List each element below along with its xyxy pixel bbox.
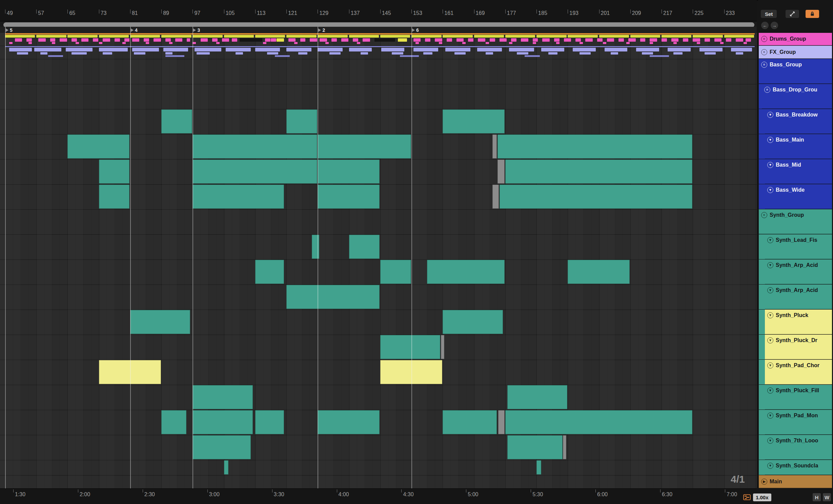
mini-clip[interactable] [517, 52, 528, 55]
back-arrow-icon[interactable]: ← [761, 22, 769, 29]
mini-clip[interactable] [144, 38, 149, 42]
mini-clip[interactable] [439, 42, 442, 44]
mini-clip[interactable] [720, 42, 724, 44]
track-lane-bass_main[interactable] [0, 134, 757, 160]
mini-clip[interactable] [72, 38, 77, 42]
mini-clip[interactable] [40, 52, 48, 55]
mini-clip[interactable] [413, 48, 438, 51]
track-header-synth_pad_mon[interactable]: ▼Synth_Pad_Mon [759, 410, 832, 435]
mini-clip[interactable] [573, 48, 596, 51]
mini-clip[interactable] [240, 38, 263, 42]
track-header-bass_group[interactable]: ≡Bass_Group [759, 59, 832, 84]
locator-flag[interactable]: 2 [318, 27, 325, 33]
mini-clip[interactable] [541, 48, 564, 51]
mini-clip[interactable] [398, 38, 407, 42]
mini-clip[interactable] [714, 38, 722, 42]
mini-clip[interactable] [673, 52, 683, 55]
mini-clip[interactable] [650, 38, 657, 42]
main-track-icon[interactable]: ▶ [761, 479, 767, 485]
mini-clip[interactable] [66, 48, 93, 51]
track-header-bass_breakdown[interactable]: ▼Bass_Breakdow [759, 109, 832, 134]
mini-clip[interactable] [99, 48, 128, 51]
mini-clip[interactable] [17, 52, 28, 55]
mini-clip[interactable] [72, 52, 87, 55]
mini-clip[interactable] [163, 48, 188, 51]
track-lane-synth_pad_chor[interactable] [0, 360, 757, 385]
mini-clip[interactable] [374, 38, 395, 42]
zoom-to-fit-icon[interactable] [786, 10, 799, 18]
mini-clip[interactable] [477, 48, 502, 51]
mini-clip[interactable] [320, 38, 327, 42]
mini-clip[interactable] [640, 38, 646, 42]
mini-clip[interactable] [445, 48, 470, 51]
mini-clip[interactable] [271, 38, 276, 42]
mini-clip[interactable] [724, 35, 754, 38]
mini-clip[interactable] [134, 52, 145, 55]
mini-clip[interactable] [132, 48, 159, 51]
clip[interactable] [507, 385, 567, 409]
clip[interactable] [492, 134, 497, 159]
mini-clip[interactable] [521, 38, 528, 42]
mini-clip[interactable] [556, 42, 560, 44]
track-fold-icon[interactable]: ▼ [767, 262, 773, 268]
mini-clip[interactable] [630, 35, 660, 38]
mini-clip[interactable] [60, 38, 67, 42]
mini-clip[interactable] [226, 48, 250, 51]
mini-clip[interactable] [222, 38, 229, 42]
mini-clip[interactable] [607, 38, 614, 42]
mini-clip[interactable] [662, 35, 691, 38]
group-fold-icon[interactable]: ≡ [761, 62, 767, 68]
clip[interactable] [318, 134, 411, 159]
mini-clip[interactable] [413, 38, 421, 42]
mini-clip[interactable] [585, 38, 593, 42]
mini-clip[interactable] [726, 38, 731, 42]
clip[interactable] [318, 160, 380, 184]
track-header-synth_pluck_dr[interactable]: ▼Synth_Pluck_Dr [759, 335, 832, 359]
mini-clip[interactable] [605, 48, 628, 51]
clip[interactable] [192, 185, 284, 209]
mini-clip[interactable] [236, 52, 243, 55]
mini-clip[interactable] [642, 52, 653, 55]
mini-clip[interactable] [746, 38, 751, 42]
mini-clip[interactable] [34, 48, 61, 51]
mini-clip[interactable] [224, 35, 254, 38]
mini-clip[interactable] [603, 42, 606, 44]
mini-clip[interactable] [212, 38, 218, 42]
mini-clip[interactable] [353, 38, 358, 42]
mini-clip[interactable] [298, 52, 307, 55]
track-fold-icon[interactable]: ▼ [767, 237, 773, 243]
mini-clip[interactable] [468, 38, 473, 42]
track-fold-icon[interactable]: ▼ [767, 362, 773, 369]
mini-clip[interactable] [736, 38, 743, 42]
clip[interactable] [380, 335, 440, 359]
mini-clip[interactable] [693, 38, 700, 42]
mini-clip[interactable] [380, 35, 410, 38]
mini-clip[interactable] [400, 55, 419, 57]
mini-clip[interactable] [511, 38, 516, 42]
mini-clip[interactable] [175, 38, 183, 42]
mini-clip[interactable] [699, 48, 723, 51]
minute-ruler[interactable]: 1:302:002:303:003:304:004:305:005:306:00… [0, 488, 757, 504]
clip[interactable] [130, 310, 190, 334]
mini-clip[interactable] [662, 38, 667, 42]
clip[interactable] [505, 160, 692, 184]
locator-flag[interactable]: 4 [131, 27, 138, 33]
mini-clip[interactable] [525, 55, 540, 57]
clip[interactable] [67, 134, 129, 159]
mini-clip[interactable] [731, 48, 752, 51]
mini-clip[interactable] [165, 55, 184, 57]
mini-clip[interactable] [554, 38, 560, 42]
group-fold-icon[interactable]: ≡ [761, 49, 767, 55]
track-lane-synth_pad_mon[interactable] [0, 410, 757, 435]
mini-clip[interactable] [668, 48, 691, 51]
mini-clip[interactable] [318, 35, 347, 38]
mini-clip[interactable] [697, 42, 700, 44]
mini-clip[interactable] [683, 38, 688, 42]
track-header-drums_group[interactable]: ≡Drums_Group [759, 33, 832, 45]
track-header-synth_pluck_fill[interactable]: ▼Synth_Pluck_Fill [759, 385, 832, 410]
track-lane-drums_group[interactable] [0, 33, 757, 46]
mini-clip[interactable] [115, 38, 120, 42]
mini-clip[interactable] [650, 42, 653, 44]
mini-clip[interactable] [456, 38, 464, 42]
clip[interactable] [441, 335, 444, 359]
